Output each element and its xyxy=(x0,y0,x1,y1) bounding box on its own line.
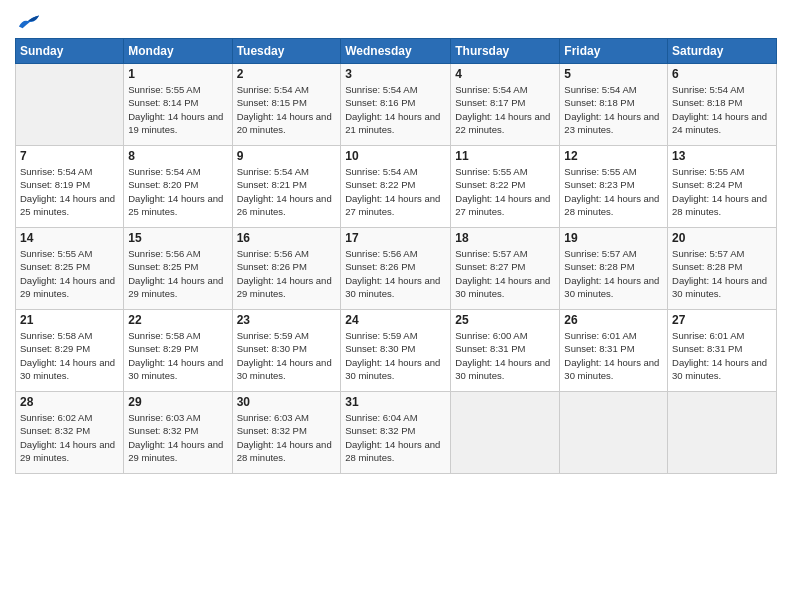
day-number: 20 xyxy=(672,231,772,245)
day-info: Sunrise: 5:55 AM Sunset: 8:23 PM Dayligh… xyxy=(564,165,663,218)
day-cell: 18Sunrise: 5:57 AM Sunset: 8:27 PM Dayli… xyxy=(451,228,560,310)
day-number: 22 xyxy=(128,313,227,327)
day-number: 24 xyxy=(345,313,446,327)
day-number: 9 xyxy=(237,149,337,163)
day-cell: 17Sunrise: 5:56 AM Sunset: 8:26 PM Dayli… xyxy=(341,228,451,310)
day-cell: 30Sunrise: 6:03 AM Sunset: 8:32 PM Dayli… xyxy=(232,392,341,474)
weekday-row: SundayMondayTuesdayWednesdayThursdayFrid… xyxy=(16,39,777,64)
day-cell: 12Sunrise: 5:55 AM Sunset: 8:23 PM Dayli… xyxy=(560,146,668,228)
week-row-1: 7Sunrise: 5:54 AM Sunset: 8:19 PM Daylig… xyxy=(16,146,777,228)
day-cell: 26Sunrise: 6:01 AM Sunset: 8:31 PM Dayli… xyxy=(560,310,668,392)
header xyxy=(15,10,777,32)
day-number: 5 xyxy=(564,67,663,81)
day-cell: 15Sunrise: 5:56 AM Sunset: 8:25 PM Dayli… xyxy=(124,228,232,310)
day-cell: 10Sunrise: 5:54 AM Sunset: 8:22 PM Dayli… xyxy=(341,146,451,228)
day-number: 16 xyxy=(237,231,337,245)
day-number: 10 xyxy=(345,149,446,163)
day-cell: 3Sunrise: 5:54 AM Sunset: 8:16 PM Daylig… xyxy=(341,64,451,146)
day-info: Sunrise: 5:56 AM Sunset: 8:26 PM Dayligh… xyxy=(345,247,446,300)
day-info: Sunrise: 5:54 AM Sunset: 8:16 PM Dayligh… xyxy=(345,83,446,136)
day-number: 13 xyxy=(672,149,772,163)
weekday-header-monday: Monday xyxy=(124,39,232,64)
day-number: 8 xyxy=(128,149,227,163)
day-info: Sunrise: 6:01 AM Sunset: 8:31 PM Dayligh… xyxy=(672,329,772,382)
calendar-table: SundayMondayTuesdayWednesdayThursdayFrid… xyxy=(15,38,777,474)
day-cell: 6Sunrise: 5:54 AM Sunset: 8:18 PM Daylig… xyxy=(668,64,777,146)
weekday-header-saturday: Saturday xyxy=(668,39,777,64)
day-cell: 23Sunrise: 5:59 AM Sunset: 8:30 PM Dayli… xyxy=(232,310,341,392)
logo xyxy=(15,10,45,32)
week-row-0: 1Sunrise: 5:55 AM Sunset: 8:14 PM Daylig… xyxy=(16,64,777,146)
day-cell: 21Sunrise: 5:58 AM Sunset: 8:29 PM Dayli… xyxy=(16,310,124,392)
day-number: 6 xyxy=(672,67,772,81)
day-info: Sunrise: 5:54 AM Sunset: 8:22 PM Dayligh… xyxy=(345,165,446,218)
day-cell: 24Sunrise: 5:59 AM Sunset: 8:30 PM Dayli… xyxy=(341,310,451,392)
day-cell: 16Sunrise: 5:56 AM Sunset: 8:26 PM Dayli… xyxy=(232,228,341,310)
day-info: Sunrise: 5:58 AM Sunset: 8:29 PM Dayligh… xyxy=(20,329,119,382)
week-row-4: 28Sunrise: 6:02 AM Sunset: 8:32 PM Dayli… xyxy=(16,392,777,474)
weekday-header-wednesday: Wednesday xyxy=(341,39,451,64)
day-cell xyxy=(451,392,560,474)
day-number: 21 xyxy=(20,313,119,327)
day-info: Sunrise: 5:56 AM Sunset: 8:25 PM Dayligh… xyxy=(128,247,227,300)
day-info: Sunrise: 6:01 AM Sunset: 8:31 PM Dayligh… xyxy=(564,329,663,382)
day-number: 23 xyxy=(237,313,337,327)
day-cell: 28Sunrise: 6:02 AM Sunset: 8:32 PM Dayli… xyxy=(16,392,124,474)
day-number: 3 xyxy=(345,67,446,81)
day-cell: 2Sunrise: 5:54 AM Sunset: 8:15 PM Daylig… xyxy=(232,64,341,146)
day-number: 27 xyxy=(672,313,772,327)
day-info: Sunrise: 5:54 AM Sunset: 8:18 PM Dayligh… xyxy=(564,83,663,136)
day-cell: 22Sunrise: 5:58 AM Sunset: 8:29 PM Dayli… xyxy=(124,310,232,392)
day-number: 28 xyxy=(20,395,119,409)
day-info: Sunrise: 5:54 AM Sunset: 8:18 PM Dayligh… xyxy=(672,83,772,136)
day-info: Sunrise: 5:54 AM Sunset: 8:19 PM Dayligh… xyxy=(20,165,119,218)
day-cell: 8Sunrise: 5:54 AM Sunset: 8:20 PM Daylig… xyxy=(124,146,232,228)
day-cell: 13Sunrise: 5:55 AM Sunset: 8:24 PM Dayli… xyxy=(668,146,777,228)
day-number: 12 xyxy=(564,149,663,163)
day-cell: 29Sunrise: 6:03 AM Sunset: 8:32 PM Dayli… xyxy=(124,392,232,474)
day-cell: 11Sunrise: 5:55 AM Sunset: 8:22 PM Dayli… xyxy=(451,146,560,228)
weekday-header-sunday: Sunday xyxy=(16,39,124,64)
day-cell xyxy=(16,64,124,146)
weekday-header-tuesday: Tuesday xyxy=(232,39,341,64)
day-cell: 9Sunrise: 5:54 AM Sunset: 8:21 PM Daylig… xyxy=(232,146,341,228)
day-cell: 5Sunrise: 5:54 AM Sunset: 8:18 PM Daylig… xyxy=(560,64,668,146)
page: SundayMondayTuesdayWednesdayThursdayFrid… xyxy=(0,0,792,612)
day-number: 18 xyxy=(455,231,555,245)
day-cell xyxy=(560,392,668,474)
week-row-3: 21Sunrise: 5:58 AM Sunset: 8:29 PM Dayli… xyxy=(16,310,777,392)
day-info: Sunrise: 5:54 AM Sunset: 8:17 PM Dayligh… xyxy=(455,83,555,136)
day-info: Sunrise: 5:59 AM Sunset: 8:30 PM Dayligh… xyxy=(237,329,337,382)
day-info: Sunrise: 5:56 AM Sunset: 8:26 PM Dayligh… xyxy=(237,247,337,300)
day-info: Sunrise: 5:55 AM Sunset: 8:25 PM Dayligh… xyxy=(20,247,119,300)
day-info: Sunrise: 5:57 AM Sunset: 8:28 PM Dayligh… xyxy=(672,247,772,300)
day-number: 2 xyxy=(237,67,337,81)
day-info: Sunrise: 5:57 AM Sunset: 8:27 PM Dayligh… xyxy=(455,247,555,300)
day-info: Sunrise: 5:57 AM Sunset: 8:28 PM Dayligh… xyxy=(564,247,663,300)
day-number: 31 xyxy=(345,395,446,409)
day-cell: 7Sunrise: 5:54 AM Sunset: 8:19 PM Daylig… xyxy=(16,146,124,228)
calendar-header: SundayMondayTuesdayWednesdayThursdayFrid… xyxy=(16,39,777,64)
day-info: Sunrise: 5:54 AM Sunset: 8:21 PM Dayligh… xyxy=(237,165,337,218)
day-info: Sunrise: 5:58 AM Sunset: 8:29 PM Dayligh… xyxy=(128,329,227,382)
day-info: Sunrise: 5:54 AM Sunset: 8:15 PM Dayligh… xyxy=(237,83,337,136)
day-cell: 4Sunrise: 5:54 AM Sunset: 8:17 PM Daylig… xyxy=(451,64,560,146)
day-cell: 25Sunrise: 6:00 AM Sunset: 8:31 PM Dayli… xyxy=(451,310,560,392)
day-number: 4 xyxy=(455,67,555,81)
day-info: Sunrise: 5:55 AM Sunset: 8:24 PM Dayligh… xyxy=(672,165,772,218)
day-info: Sunrise: 5:55 AM Sunset: 8:14 PM Dayligh… xyxy=(128,83,227,136)
day-number: 14 xyxy=(20,231,119,245)
day-number: 7 xyxy=(20,149,119,163)
calendar-body: 1Sunrise: 5:55 AM Sunset: 8:14 PM Daylig… xyxy=(16,64,777,474)
day-info: Sunrise: 6:04 AM Sunset: 8:32 PM Dayligh… xyxy=(345,411,446,464)
day-number: 11 xyxy=(455,149,555,163)
day-cell: 20Sunrise: 5:57 AM Sunset: 8:28 PM Dayli… xyxy=(668,228,777,310)
day-cell xyxy=(668,392,777,474)
week-row-2: 14Sunrise: 5:55 AM Sunset: 8:25 PM Dayli… xyxy=(16,228,777,310)
day-number: 1 xyxy=(128,67,227,81)
day-info: Sunrise: 5:54 AM Sunset: 8:20 PM Dayligh… xyxy=(128,165,227,218)
day-cell: 1Sunrise: 5:55 AM Sunset: 8:14 PM Daylig… xyxy=(124,64,232,146)
day-cell: 31Sunrise: 6:04 AM Sunset: 8:32 PM Dayli… xyxy=(341,392,451,474)
day-info: Sunrise: 5:59 AM Sunset: 8:30 PM Dayligh… xyxy=(345,329,446,382)
day-info: Sunrise: 6:03 AM Sunset: 8:32 PM Dayligh… xyxy=(128,411,227,464)
